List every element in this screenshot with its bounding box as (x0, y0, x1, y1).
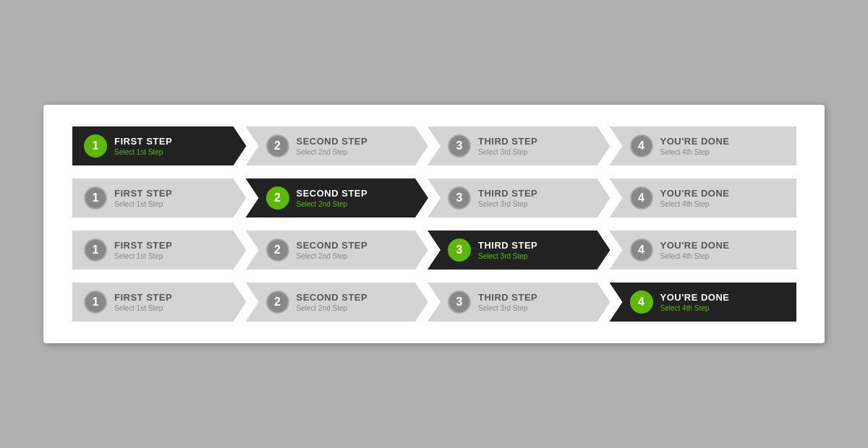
step-sub-2-2: Select 2nd Step (297, 200, 368, 208)
step-title-2-2: SECOND STEP (297, 188, 368, 199)
step-sub-3-2: Select 2nd Step (297, 252, 368, 260)
step-sub-1-3: Select 3rd Step (478, 148, 537, 156)
stepper-3[interactable]: 1FIRST STEPSelect 1st Step2SECOND STEPSe… (72, 231, 796, 270)
step-text-4-2: SECOND STEPSelect 2nd Step (297, 292, 368, 312)
step-title-3-4: YOU'RE DONE (660, 240, 730, 251)
step-title-2-4: YOU'RE DONE (660, 188, 730, 199)
step-title-2-3: THIRD STEP (478, 188, 537, 199)
step-sub-4-1: Select 1st Step (114, 304, 172, 312)
step-3-1[interactable]: 1FIRST STEPSelect 1st Step (72, 231, 247, 270)
step-sub-3-4: Select 4th Step (660, 252, 730, 260)
step-title-1-3: THIRD STEP (478, 136, 537, 147)
step-sub-2-4: Select 4th Step (660, 200, 730, 208)
step-title-1-2: SECOND STEP (297, 136, 368, 147)
step-sub-4-3: Select 3rd Step (478, 304, 537, 312)
step-title-1-4: YOU'RE DONE (660, 136, 730, 147)
step-text-3-4: YOU'RE DONESelect 4th Step (660, 240, 730, 260)
stepper-2[interactable]: 1FIRST STEPSelect 1st Step2SECOND STEPSe… (72, 178, 796, 217)
step-number-1-3: 3 (448, 134, 471, 158)
step-title-3-3: THIRD STEP (478, 240, 537, 251)
step-1-2[interactable]: 2SECOND STEPSelect 2nd Step (246, 126, 429, 165)
step-number-4-4: 4 (630, 290, 653, 314)
step-3-2[interactable]: 2SECOND STEPSelect 2nd Step (246, 231, 429, 270)
step-text-3-2: SECOND STEPSelect 2nd Step (297, 240, 368, 260)
step-number-3-4: 4 (630, 238, 653, 262)
step-title-3-1: FIRST STEP (114, 240, 172, 251)
step-2-3[interactable]: 3THIRD STEPSelect 3rd Step (427, 178, 610, 217)
step-title-3-2: SECOND STEP (297, 240, 368, 251)
step-4-3[interactable]: 3THIRD STEPSelect 3rd Step (427, 283, 610, 322)
step-sub-2-3: Select 3rd Step (478, 200, 537, 208)
step-sub-4-2: Select 2nd Step (297, 304, 368, 312)
step-number-1-2: 2 (266, 134, 289, 158)
step-text-1-2: SECOND STEPSelect 2nd Step (297, 136, 368, 156)
step-text-3-3: THIRD STEPSelect 3rd Step (478, 240, 537, 260)
step-text-1-1: FIRST STEPSelect 1st Step (114, 136, 172, 156)
step-text-2-4: YOU'RE DONESelect 4th Step (660, 188, 730, 208)
step-title-4-2: SECOND STEP (297, 292, 368, 303)
step-number-3-2: 2 (266, 238, 289, 262)
step-number-2-3: 3 (448, 186, 471, 210)
step-number-2-1: 1 (84, 186, 107, 210)
step-number-1-1: 1 (84, 134, 107, 158)
step-title-4-3: THIRD STEP (478, 292, 537, 303)
step-sub-4-4: Select 4th Step (660, 304, 730, 312)
step-number-3-3: 3 (448, 238, 471, 262)
step-text-2-2: SECOND STEPSelect 2nd Step (297, 188, 368, 208)
step-4-1[interactable]: 1FIRST STEPSelect 1st Step (72, 283, 247, 322)
step-2-2[interactable]: 2SECOND STEPSelect 2nd Step (246, 178, 429, 217)
step-sub-1-4: Select 4th Step (660, 148, 730, 156)
step-sub-2-1: Select 1st Step (114, 200, 172, 208)
step-1-3[interactable]: 3THIRD STEPSelect 3rd Step (427, 126, 610, 165)
step-number-4-3: 3 (448, 290, 471, 314)
step-sub-1-1: Select 1st Step (114, 148, 172, 156)
step-2-4[interactable]: 4YOU'RE DONESelect 4th Step (610, 178, 797, 217)
step-title-1-1: FIRST STEP (114, 136, 172, 147)
card: 1FIRST STEPSelect 1st Step2SECOND STEPSe… (43, 105, 825, 343)
step-text-4-1: FIRST STEPSelect 1st Step (114, 292, 172, 312)
step-4-2[interactable]: 2SECOND STEPSelect 2nd Step (246, 283, 429, 322)
step-title-4-1: FIRST STEP (114, 292, 172, 303)
step-text-4-3: THIRD STEPSelect 3rd Step (478, 292, 537, 312)
step-text-2-3: THIRD STEPSelect 3rd Step (478, 188, 537, 208)
step-number-4-2: 2 (266, 290, 289, 314)
step-3-3[interactable]: 3THIRD STEPSelect 3rd Step (427, 231, 610, 270)
step-4-4[interactable]: 4YOU'RE DONESelect 4th Step (610, 283, 797, 322)
step-1-4[interactable]: 4YOU'RE DONESelect 4th Step (610, 126, 797, 165)
step-text-2-1: FIRST STEPSelect 1st Step (114, 188, 172, 208)
step-text-3-1: FIRST STEPSelect 1st Step (114, 240, 172, 260)
step-title-2-1: FIRST STEP (114, 188, 172, 199)
step-number-2-2: 2 (266, 186, 289, 210)
step-title-4-4: YOU'RE DONE (660, 292, 730, 303)
step-sub-3-3: Select 3rd Step (478, 252, 537, 260)
step-number-2-4: 4 (630, 186, 653, 210)
step-text-4-4: YOU'RE DONESelect 4th Step (660, 292, 730, 312)
step-sub-1-2: Select 2nd Step (297, 148, 368, 156)
step-3-4[interactable]: 4YOU'RE DONESelect 4th Step (610, 231, 797, 270)
step-2-1[interactable]: 1FIRST STEPSelect 1st Step (72, 178, 247, 217)
step-text-1-3: THIRD STEPSelect 3rd Step (478, 136, 537, 156)
step-number-1-4: 4 (630, 134, 653, 158)
step-number-4-1: 1 (84, 290, 107, 314)
stepper-1[interactable]: 1FIRST STEPSelect 1st Step2SECOND STEPSe… (72, 126, 796, 165)
step-1-1[interactable]: 1FIRST STEPSelect 1st Step (72, 126, 247, 165)
step-text-1-4: YOU'RE DONESelect 4th Step (660, 136, 730, 156)
step-sub-3-1: Select 1st Step (114, 252, 172, 260)
stepper-4[interactable]: 1FIRST STEPSelect 1st Step2SECOND STEPSe… (72, 283, 796, 322)
step-number-3-1: 1 (84, 238, 107, 262)
